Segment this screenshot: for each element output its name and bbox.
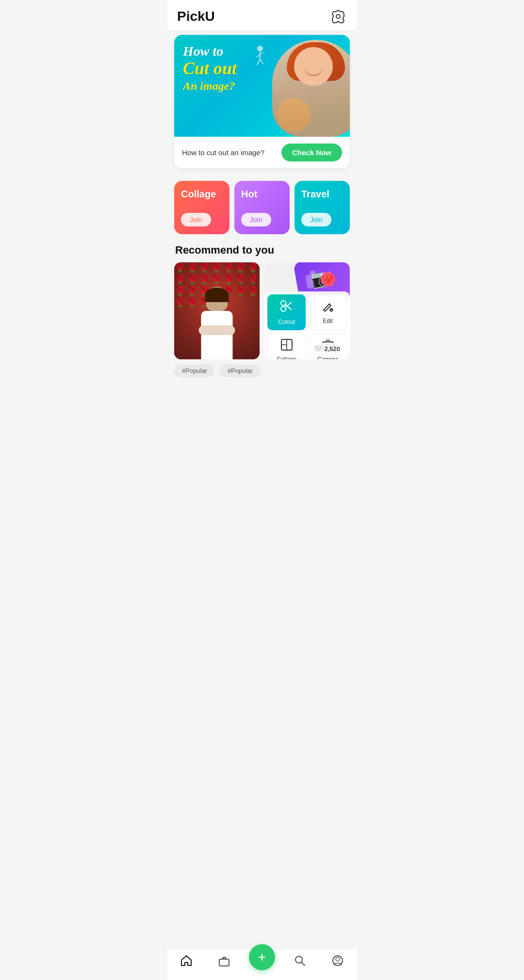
svg-rect-15 [310, 270, 316, 275]
person-figure [196, 287, 238, 359]
rose-background [174, 262, 260, 359]
banner-line3: An image? [183, 79, 237, 94]
feature-edit-button[interactable]: Edit [309, 294, 347, 330]
nav-shop[interactable] [205, 954, 243, 970]
banner-footer-text: How to cut out an image? [182, 148, 264, 157]
edit-icon [322, 300, 334, 315]
category-card-hot[interactable]: Hot Join [234, 181, 290, 234]
feature-collage-button[interactable]: Collage [267, 333, 306, 359]
banner-person [253, 35, 350, 137]
feature-edit-label: Edit [323, 318, 333, 324]
nav-profile[interactable] [319, 954, 357, 970]
svg-rect-29 [219, 959, 229, 966]
banner-image: How to Cut out An image? [174, 35, 350, 137]
nav-home[interactable] [167, 954, 205, 970]
category-row: Collage Join Hot Join Travel Join [167, 173, 357, 242]
like-badge: 🤍 2,520 [309, 343, 345, 354]
main-content: How to Cut out An image? [167, 35, 357, 429]
tag-popular-right[interactable]: #Popular [220, 364, 261, 377]
svg-point-14 [311, 275, 321, 286]
bottom-spacer [167, 385, 357, 424]
feature-cutout-button[interactable]: Cutout [267, 294, 306, 330]
category-title-hot: Hot [241, 189, 257, 200]
features-card-inner: ❤️ Cutout [264, 262, 350, 359]
banner-line1: How to [183, 44, 237, 59]
category-title-travel: Travel [301, 189, 329, 200]
create-button[interactable]: + [249, 944, 275, 970]
recommend-title: Recommend to you [167, 242, 357, 262]
feature-cutout-label: Cutout [278, 319, 295, 325]
nav-search[interactable] [281, 954, 319, 970]
home-icon [180, 954, 193, 970]
svg-line-32 [302, 963, 305, 966]
hot-join-button[interactable]: Join [241, 213, 271, 226]
svg-line-10 [260, 52, 263, 54]
recommend-card-photo[interactable] [174, 262, 260, 359]
recommend-grid: ❤️ Cutout [167, 262, 357, 359]
search-icon [294, 954, 306, 970]
svg-line-11 [257, 59, 260, 65]
nav-plus[interactable]: + [243, 954, 281, 970]
bottom-nav: + [167, 948, 357, 980]
heart-badge: ❤️ [321, 272, 335, 287]
banner-card: How to Cut out An image? [174, 35, 350, 168]
plus-icon: + [258, 950, 266, 964]
svg-point-1 [336, 15, 340, 18]
collage-join-button[interactable]: Join [181, 213, 211, 226]
recommend-card-features[interactable]: ❤️ Cutout [264, 262, 350, 359]
svg-point-34 [336, 957, 340, 961]
heart-icon: 🤍 [313, 345, 322, 353]
svg-line-12 [260, 59, 263, 64]
check-now-button[interactable]: Check Now [281, 144, 342, 161]
banner-footer: How to cut out an image? Check Now [174, 137, 350, 168]
svg-line-9 [257, 54, 260, 57]
jumping-figure [253, 45, 267, 71]
travel-join-button[interactable]: Join [301, 213, 331, 226]
scissors-icon [280, 299, 294, 316]
banner-text: How to Cut out An image? [183, 44, 237, 94]
banner-line2: Cut out [183, 59, 237, 79]
header: PickU [167, 0, 357, 30]
like-count: 2,520 [324, 345, 340, 353]
settings-button[interactable] [329, 8, 347, 25]
category-card-collage[interactable]: Collage Join [174, 181, 229, 234]
feature-camera-label: Camera [317, 356, 338, 359]
recommend-tags: #Popular #Popular [167, 359, 357, 385]
svg-marker-0 [332, 10, 344, 23]
collage-icon [280, 338, 293, 353]
feature-collage-label: Collage [277, 356, 296, 359]
svg-point-17 [281, 301, 286, 305]
category-title-collage: Collage [181, 189, 216, 200]
category-card-travel[interactable]: Travel Join [295, 181, 350, 234]
shop-icon [218, 954, 230, 970]
svg-point-16 [281, 306, 286, 311]
tag-popular-left[interactable]: #Popular [174, 364, 215, 377]
app-title: PickU [177, 9, 215, 24]
profile-icon [331, 954, 344, 970]
svg-point-7 [257, 46, 263, 51]
